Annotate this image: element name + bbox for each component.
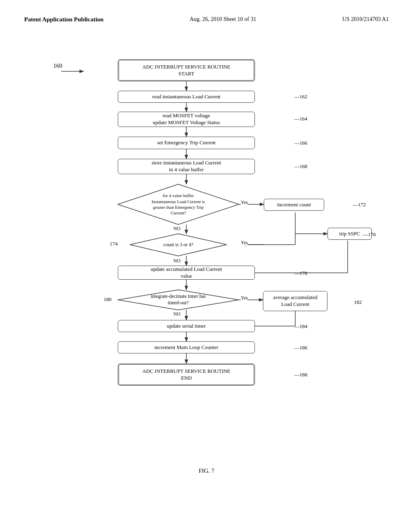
diamond-180: integrate-decimate timer has timed-out? [118, 290, 239, 310]
node-166-label: —166 [294, 140, 308, 146]
no-label-170: NO [173, 226, 180, 232]
node-184-label: —184 [294, 323, 308, 330]
node-186-label: —186 [294, 345, 308, 351]
node-164: read MOSFET voltage update MOSFET Voltag… [118, 112, 255, 127]
header-right: US 2010/214703 A1 [342, 16, 389, 23]
no-label-180: NO [173, 311, 180, 317]
node-166: set Emergency Trip Current [118, 137, 255, 149]
node-162: read instantaneous Load Current [118, 91, 255, 103]
start-title: ADC INTERRUPT SERVICE ROUTINE [142, 64, 231, 71]
start-box: ADC INTERRUPT SERVICE ROUTINE START [118, 59, 255, 81]
node-188-label: —188 [294, 372, 308, 378]
start-subtitle: START [142, 71, 231, 77]
figure-caption: FIG. 7 [29, 468, 384, 474]
node-186: increment Main Loop Counter [118, 341, 255, 353]
end-box: ADC INTERRUPT SERVICE ROUTINE END [118, 364, 255, 386]
node-178-label: —178 [294, 270, 308, 276]
node-172-label: —172 [353, 202, 366, 208]
node-168-label: —168 [294, 163, 308, 170]
diamond-170: for 4 value buffer Instantaneous Load Cu… [118, 184, 239, 224]
node-182-label: 182 [354, 299, 362, 305]
yes-label-170: Yes [241, 200, 248, 206]
yes-label-180: Yes [241, 295, 248, 301]
end-subtitle: END [142, 375, 231, 382]
node-176-label: —176 [363, 231, 376, 238]
node-184: update serial timer [118, 320, 255, 332]
node-178: update accumulated Load Current value [118, 266, 255, 280]
node-172: increment count [264, 199, 324, 211]
node-174-label: 174 [110, 241, 118, 247]
no-label-174: NO [173, 258, 180, 264]
yes-label-174: Yes [241, 240, 248, 246]
node-164-label: —164 [294, 116, 308, 122]
label-160-arrow [61, 65, 86, 77]
flowchart: 160 ADC INTERRUPT SERVICE ROUTINE START … [29, 35, 384, 478]
end-title: ADC INTERRUPT SERVICE ROUTINE [142, 368, 231, 375]
header-center: Aug. 26, 2010 Sheet 10 of 31 [190, 16, 256, 23]
header-left: Patent Application Publication [24, 16, 104, 23]
node-168: store instantaneous Load Current in 4 va… [118, 159, 255, 174]
page-header: Patent Application Publication Aug. 26, … [24, 16, 389, 23]
node-180-label: 180 [104, 296, 112, 303]
node-182: average accumulated Load Current [263, 291, 327, 311]
node-162-label: —162 [294, 94, 308, 100]
diamond-174: count is 3 or 4? [130, 234, 227, 256]
